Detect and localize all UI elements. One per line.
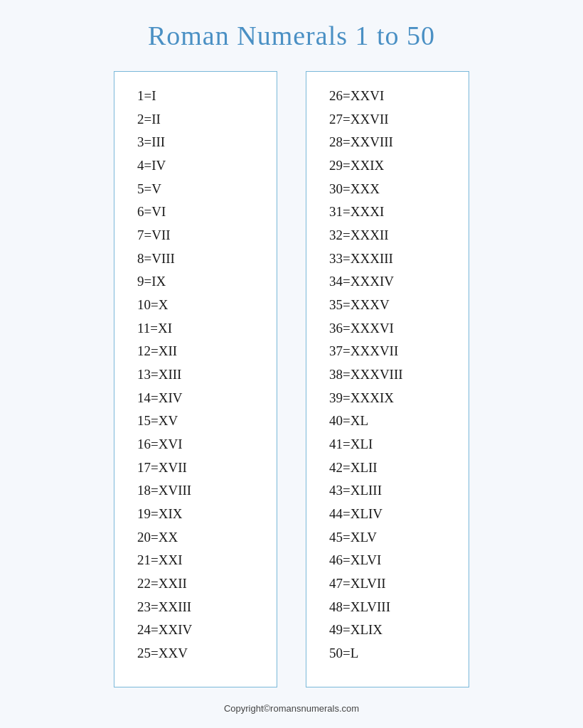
page-title: Roman Numerals 1 to 50 — [148, 14, 435, 51]
list-item: 30=XXX — [329, 178, 446, 201]
list-item: 32=XXXII — [329, 224, 446, 247]
list-item: 36=XXXVI — [329, 317, 446, 341]
list-item: 34=XXXIV — [329, 270, 446, 294]
list-item: 26=XXVI — [329, 85, 446, 108]
list-item: 17=XVII — [137, 456, 254, 480]
left-column-box: 1=I2=II3=III4=IV5=V6=VI7=VII8=VIII9=IX10… — [114, 71, 277, 687]
list-item: 3=III — [137, 131, 254, 154]
tables-wrapper: 1=I2=II3=III4=IV5=V6=VI7=VII8=VIII9=IX10… — [28, 71, 555, 687]
list-item: 28=XXVIII — [329, 131, 446, 154]
list-item: 7=VII — [137, 224, 254, 247]
list-item: 24=XXIV — [137, 619, 254, 642]
list-item: 46=XLVI — [329, 549, 446, 572]
list-item: 19=XIX — [137, 503, 254, 526]
list-item: 6=VI — [137, 200, 254, 224]
list-item: 25=XXV — [137, 642, 254, 665]
list-item: 43=XLIII — [329, 479, 446, 503]
list-item: 40=XL — [329, 410, 446, 433]
list-item: 20=XX — [137, 526, 254, 550]
list-item: 27=XXVII — [329, 108, 446, 132]
list-item: 8=VIII — [137, 247, 254, 271]
footer-copyright: Copyright©romansnumerals.com — [224, 703, 359, 714]
list-item: 23=XXIII — [137, 596, 254, 619]
list-item: 15=XV — [137, 410, 254, 433]
right-column-box: 26=XXVI27=XXVII28=XXVIII29=XXIX30=XXX31=… — [306, 71, 469, 687]
list-item: 49=XLIX — [329, 619, 446, 642]
list-item: 29=XXIX — [329, 154, 446, 178]
list-item: 10=X — [137, 294, 254, 317]
list-item: 4=IV — [137, 154, 254, 178]
list-item: 37=XXXVII — [329, 340, 446, 363]
list-item: 31=XXXI — [329, 200, 446, 224]
list-item: 11=XI — [137, 317, 254, 341]
list-item: 18=XVIII — [137, 479, 254, 503]
list-item: 48=XLVIII — [329, 596, 446, 619]
list-item: 42=XLII — [329, 456, 446, 480]
list-item: 41=XLI — [329, 433, 446, 456]
list-item: 35=XXXV — [329, 294, 446, 317]
list-item: 47=XLVII — [329, 572, 446, 596]
list-item: 5=V — [137, 178, 254, 201]
list-item: 21=XXI — [137, 549, 254, 572]
list-item: 22=XXII — [137, 572, 254, 596]
list-item: 33=XXXIII — [329, 247, 446, 271]
list-item: 2=II — [137, 108, 254, 132]
list-item: 13=XIII — [137, 363, 254, 387]
list-item: 14=XIV — [137, 387, 254, 410]
list-item: 38=XXXVIII — [329, 363, 446, 387]
list-item: 16=XVI — [137, 433, 254, 456]
list-item: 45=XLV — [329, 526, 446, 550]
list-item: 44=XLIV — [329, 503, 446, 526]
list-item: 1=I — [137, 85, 254, 108]
list-item: 12=XII — [137, 340, 254, 363]
list-item: 9=IX — [137, 270, 254, 294]
list-item: 39=XXXIX — [329, 387, 446, 410]
list-item: 50=L — [329, 642, 446, 665]
